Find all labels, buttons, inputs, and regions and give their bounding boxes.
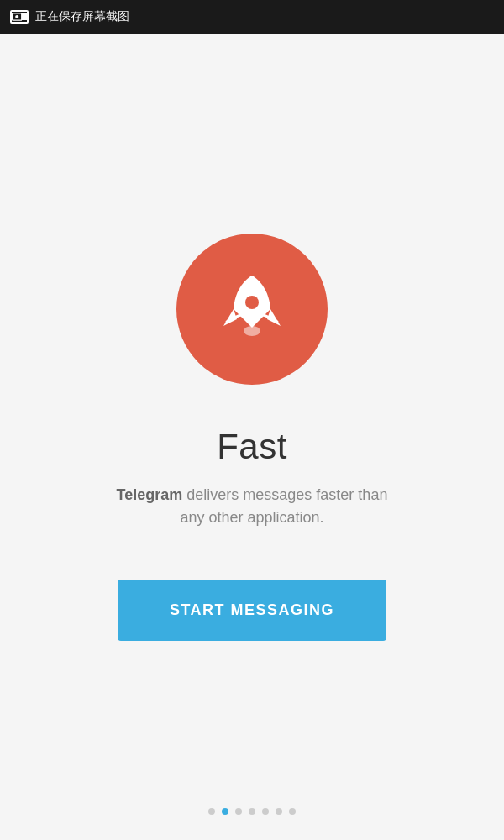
- pagination-dots: [208, 808, 296, 815]
- pagination-dot-1: [208, 808, 215, 815]
- svg-point-3: [244, 326, 260, 336]
- screenshot-icon: [10, 10, 29, 24]
- svg-point-2: [245, 296, 259, 309]
- status-bar: 正在保存屏幕截图: [0, 0, 504, 34]
- pagination-dot-5: [262, 808, 269, 815]
- start-messaging-button[interactable]: START MESSAGING: [118, 580, 386, 641]
- status-bar-text: 正在保存屏幕截图: [35, 9, 129, 24]
- app-icon-circle: [176, 234, 328, 385]
- page-description: Telegram delivers messages faster than a…: [109, 484, 395, 529]
- pagination-dot-6: [276, 808, 282, 815]
- pagination-dot-2: [222, 808, 228, 815]
- rocket-icon: [210, 267, 294, 351]
- pagination-dot-3: [235, 808, 242, 815]
- description-brand: Telegram: [117, 486, 183, 503]
- pagination-dot-4: [249, 808, 255, 815]
- svg-point-1: [15, 15, 18, 18]
- pagination-dot-7: [289, 808, 296, 815]
- description-text: delivers messages faster than any other …: [180, 486, 387, 526]
- page-title: Fast: [217, 427, 287, 467]
- main-content: Fast Telegram delivers messages faster t…: [0, 34, 504, 840]
